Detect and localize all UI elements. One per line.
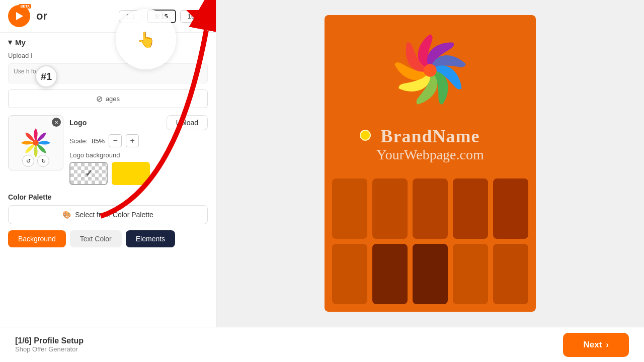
chevron-down-icon: ▾ [8,38,12,47]
upload-button[interactable]: Upload [167,115,208,130]
profile-setup-info: [1/6] Profile Setup Shop Offer Generator [15,336,84,353]
logo-bg-yellow-button[interactable] [112,162,150,185]
svg-point-1 [33,140,39,146]
cursor-dot [360,130,371,141]
profile-setup-title: [1/6] Profile Setup [15,336,84,345]
logo-controls-header: Logo Upload [69,115,208,130]
logo-close-button[interactable]: ✕ [52,118,61,127]
bg-square [453,244,488,304]
color-palette-title: Color Palette [8,193,208,201]
next-chevron-icon: › [606,340,609,350]
app-logo: BETA [8,5,30,27]
bottom-bar: [1/6] Profile Setup Shop Offer Generator… [0,327,644,362]
scale-decrease-button[interactable]: − [109,134,122,147]
logo-rotate-right-button[interactable]: ↻ [37,155,49,167]
palette-icon: 🎨 [62,211,71,219]
texture-icon: ⊘ [96,94,103,104]
preview-card: BrandName YourWebpage.com [325,15,536,312]
tab-elements[interactable]: Elements [126,230,175,247]
upload-label: Upload i [0,50,216,61]
logo-controls: Logo Upload Scale: 85% − + Logo backgrou… [69,115,208,185]
bg-square [413,244,448,304]
logo-bg-label: Logo background [69,151,208,159]
my-section: ▾ My [0,33,216,50]
next-btn-label: Next [583,340,602,350]
logo-bg-transparent-button[interactable]: ✓ [69,162,108,185]
bg-square [413,178,448,239]
logo-rotate-left-button[interactable]: ↺ [22,155,34,167]
tab-text-color[interactable]: Text Color [70,230,122,247]
bg-square [493,244,528,304]
pointer-circle: 👆 [116,9,176,69]
sidebar: BETA or 1:1 9:16 16:9 ▾ My Upload i Use … [0,0,216,327]
preview-webpage: YourWebpage.com [376,147,484,163]
bg-square [332,178,367,239]
tab-background[interactable]: Background [8,230,66,247]
bg-square [453,178,488,239]
my-section-label: My [15,38,26,47]
sidebar-header: BETA or 1:1 9:16 16:9 [0,0,216,33]
bg-square [372,244,408,304]
logo-preview: ✕ [8,115,63,170]
bg-squares [325,171,536,312]
aspect-16-9[interactable]: 16:9 [180,10,208,23]
beta-badge: BETA [19,4,31,9]
app-name: or [36,10,47,23]
images-btn-label: ages [106,95,120,103]
color-tabs: Background Text Color Elements [8,230,208,247]
logo-action-btns: ↺ ↻ [22,155,49,167]
svg-point-4 [424,64,437,77]
bg-square [332,244,367,304]
bg-square [372,178,408,239]
checkmark-icon: ✓ [85,168,93,179]
scale-value: 85% [92,137,105,145]
svg-marker-0 [16,12,23,20]
color-palette-btn-label: Select from Color Palette [75,211,153,219]
preview-area: BrandName YourWebpage.com [216,0,644,327]
color-palette-section: Color Palette 🎨 Select from Color Palett… [0,188,216,250]
scale-increase-button[interactable]: + [126,134,139,147]
next-button[interactable]: Next › [563,333,629,357]
images-button[interactable]: ⊘ ages [8,89,208,108]
cursor-icon: 👆 [137,31,155,48]
profile-setup-subtitle: Shop Offer Generator [15,345,84,353]
logo-section: ✕ [0,112,216,188]
preview-brand-name: BrandName [381,126,480,147]
scale-row: Scale: 85% − + [69,134,208,147]
play-icon [13,10,25,22]
bg-square [493,178,528,239]
select-color-palette-button[interactable]: 🎨 Select from Color Palette [8,205,208,224]
preview-logo-icon [390,30,470,111]
logo-label: Logo [69,119,87,127]
scale-label: Scale: [69,137,88,145]
logo-bg-options: ✓ [69,162,208,185]
step-number-badge: #1 [35,65,57,87]
